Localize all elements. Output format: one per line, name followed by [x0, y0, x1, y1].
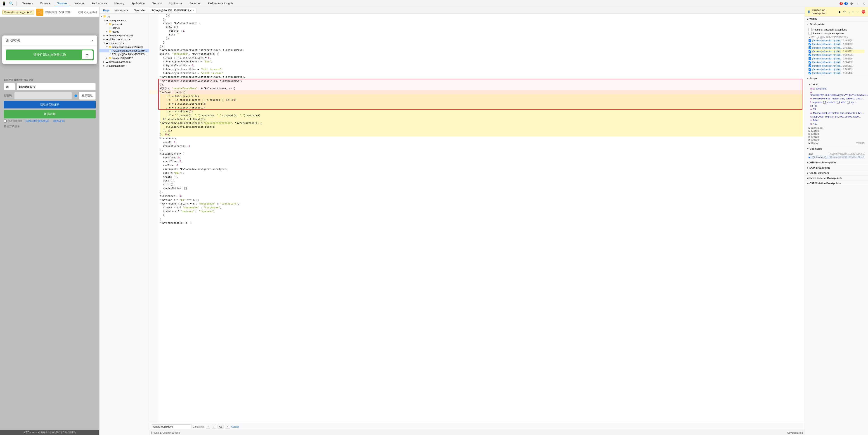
tree-item-wza[interactable]: ▶ 📁 wza/prd/20220112	[99, 56, 149, 60]
tab-console[interactable]: Console	[38, 1, 52, 6]
more-btn[interactable]: ⋮	[855, 1, 860, 6]
tree-item-homepage[interactable]: ▼ 📁 homepage_login/prd/scripts	[99, 45, 149, 49]
debug-section-bp-header[interactable]: ▼ Breakpoints	[805, 22, 868, 27]
bp-checkbox-4[interactable]	[809, 54, 811, 56]
search-input[interactable]	[151, 424, 192, 429]
debug-section-csp-header[interactable]: ▶ CSP Violation Breakpoints	[805, 181, 868, 186]
phone-input[interactable]	[17, 83, 96, 90]
tree-item-qcode[interactable]: ▶ 📁 qcode	[99, 30, 149, 33]
breakpoint-item-5[interactable]: (function(e){function n(r){if(t[... 1:50…	[809, 57, 864, 60]
tree-item-pclogin1[interactable]: 📄 PCLogin@6ac20ffeb25015894124.js	[99, 49, 149, 53]
login-btn[interactable]: 登录/注册	[4, 110, 96, 119]
modal-close-btn[interactable]: ×	[92, 39, 94, 43]
step-out-btn[interactable]: ↑	[852, 9, 854, 14]
footer-disclaimer[interactable]: 广告监督平台	[62, 431, 76, 434]
search-prev-btn[interactable]: ↑	[206, 425, 211, 429]
inspect-icon[interactable]: 🔍	[9, 1, 13, 6]
tree-item-picbed[interactable]: ▶ ☁ picbed.qunarzz.com	[99, 37, 149, 41]
tree-item-s[interactable]: ▶ ☁ s.qunarzz.com	[99, 64, 149, 68]
bp-checkbox-0[interactable]	[809, 39, 811, 42]
resend-btn[interactable]: 重新获取	[79, 92, 96, 100]
pause-caught-checkbox[interactable]	[809, 32, 811, 35]
code-tab-pclogin[interactable]: PCLogin@6ac20ff...25015894124.js ✕	[149, 8, 197, 13]
code-content[interactable]: })) }, error: "kw">function(e) { u && i(…	[158, 13, 805, 423]
tree-item-user-qunar[interactable]: ▼ ☁ user.qunar.com	[99, 18, 149, 22]
debug-section-watch-header[interactable]: ▶ Watch	[805, 16, 868, 22]
step-over-btn[interactable]: ↷	[843, 9, 846, 14]
tab-performance[interactable]: Performance	[89, 1, 110, 6]
breakpoint-item-0[interactable]: (function(e){function n(r){if(t[... 1:46…	[809, 39, 864, 42]
terms1-link[interactable]: 《去哪儿用户服务协议》	[23, 119, 51, 123]
debug-section-events-header[interactable]: ▶ Event Listener Breakpoints	[805, 175, 868, 180]
breakpoint-item-3[interactable]: (function(e){function n(r){if(t[... 1:48…	[809, 49, 864, 53]
search-regex-btn[interactable]: .*	[225, 425, 230, 429]
tab-network[interactable]: Network	[72, 1, 87, 6]
terms-checkbox[interactable]	[4, 120, 6, 123]
breakpoint-item-4[interactable]: (function(e){function n(r){if(t[... 1:50…	[809, 53, 864, 57]
debug-section-dom-header[interactable]: ▶ DOM Breakpoints	[805, 165, 868, 170]
bp-checkbox-6[interactable]	[809, 61, 811, 64]
debug-section-global-header[interactable]: ▶ Global Listeners	[805, 170, 868, 175]
debug-panel-scroll[interactable]: ▶ Watch ▼ Breakpoints Pause on uncaught …	[805, 16, 868, 435]
breakpoint-item-7[interactable]: (function(e){function n(r){if(t[... 1:50…	[809, 64, 864, 68]
breakpoint-item-1[interactable]: (function(e){function n(r){if(t[... 1:46…	[809, 42, 864, 46]
pause-uncaught-checkbox[interactable]	[809, 28, 811, 31]
tree-item-passport[interactable]: ▼ 📁 passport	[99, 22, 149, 26]
call-stack-anonymous[interactable]: ▶ (anonymous) PCLogin@6ac20ff...01589412…	[809, 156, 864, 159]
voice-verify-btn[interactable]: 获取语音验证码	[4, 101, 96, 108]
breakpoint-item-9[interactable]: (function(e){function n(r){if(t[... 1:50…	[809, 71, 864, 75]
country-code-input[interactable]	[4, 83, 15, 90]
debug-section-xhr-header[interactable]: ▶ XHR/fetch Breakpoints	[805, 160, 868, 165]
step-btn[interactable]: →	[856, 9, 860, 14]
terms2-link[interactable]: 《隐私及策》	[52, 119, 66, 123]
bp-checkbox-3[interactable]	[809, 50, 811, 53]
login-link[interactable]: 登录/注册	[59, 10, 70, 14]
footer-cooperation[interactable]: 商务合作	[41, 431, 50, 434]
step-into-btn[interactable]: ↓	[848, 9, 850, 14]
tree-item-top[interactable]: ▼ 📁 top	[99, 14, 149, 18]
bp-checkbox-7[interactable]	[809, 64, 811, 67]
footer-join[interactable]: 加入我们	[52, 431, 61, 434]
footer-about[interactable]: 关于Qunar.com	[23, 431, 39, 434]
tab-elements[interactable]: Elements	[19, 1, 35, 6]
sub-tab-overrides[interactable]: Overrides	[132, 8, 147, 13]
code-editor-area[interactable]: })) }, error: "kw">function(e) { u && i(…	[149, 13, 805, 423]
tab-recorder[interactable]: Recorder	[187, 1, 203, 6]
tab-memory[interactable]: Memory	[112, 1, 126, 6]
slider-track[interactable]: 请按住滑块,拖到最右边 »	[6, 49, 94, 60]
tab-perf-insights[interactable]: Performance insights	[206, 1, 236, 6]
sub-tab-workspace[interactable]: Workspace	[113, 8, 130, 13]
close-btn[interactable]: ✕	[862, 1, 866, 6]
tab-lighthouse[interactable]: Lighthouse	[167, 1, 185, 6]
bp-checkbox-5[interactable]	[809, 57, 811, 60]
bp-checkbox-2[interactable]	[809, 46, 811, 49]
settings-btn[interactable]: ⚙	[849, 1, 854, 6]
tab-security[interactable]: Security	[150, 1, 164, 6]
tab-sources[interactable]: Sources	[55, 1, 69, 6]
debug-section-cs-header[interactable]: ▼ Call Stack	[805, 146, 868, 151]
local-scope-header[interactable]: ▼ Local	[809, 82, 864, 87]
tree-item-qimgs[interactable]: ▶ ☁ qimgs.qunarzz.com	[99, 60, 149, 64]
call-stack-ajax[interactable]: ajax PCLogin@6ac20ff...015894124.js:1	[809, 152, 864, 156]
sub-tab-page[interactable]: Page	[101, 8, 111, 13]
breakpoint-item-2[interactable]: (function(e){function n(r){if(t[... 1:48…	[809, 46, 864, 49]
breakpoint-item-8[interactable]: (function(e){function n(r){if(t[... 1:50…	[809, 68, 864, 71]
slider-button[interactable]: »	[82, 51, 93, 60]
deactivate-btn[interactable]: ⛔	[861, 9, 866, 14]
search-case-btn[interactable]: Aa	[218, 425, 224, 429]
tree-item-q[interactable]: ▼ ☁ q.qunarzz.com	[99, 41, 149, 45]
device-toggle-icon[interactable]: 📱	[2, 1, 6, 6]
bp-checkbox-9[interactable]	[809, 72, 811, 74]
resume-btn[interactable]: ▶	[838, 9, 841, 14]
tree-item-pclogin2[interactable]: 📄 PCLogin@6ac20ffeb25015894124.js	[99, 53, 149, 56]
code-tab-close[interactable]: ✕	[192, 9, 194, 11]
bp-checkbox-1[interactable]	[809, 43, 811, 45]
search-next-btn[interactable]: ↓	[212, 425, 216, 429]
search-cancel-btn[interactable]: Cancel	[231, 425, 239, 428]
bp-checkbox-8[interactable]	[809, 68, 811, 71]
tree-item-common[interactable]: ▶ ☁ common.qunarzz.com	[99, 33, 149, 37]
breakpoint-item-6[interactable]: (function(e){function n(r){if(t[... 1:50…	[809, 60, 864, 64]
tree-item-login-js[interactable]: 📄 login.js	[99, 26, 149, 30]
tab-application[interactable]: Application	[129, 1, 147, 6]
debug-section-scope-header[interactable]: ▼ Scope	[805, 76, 868, 81]
